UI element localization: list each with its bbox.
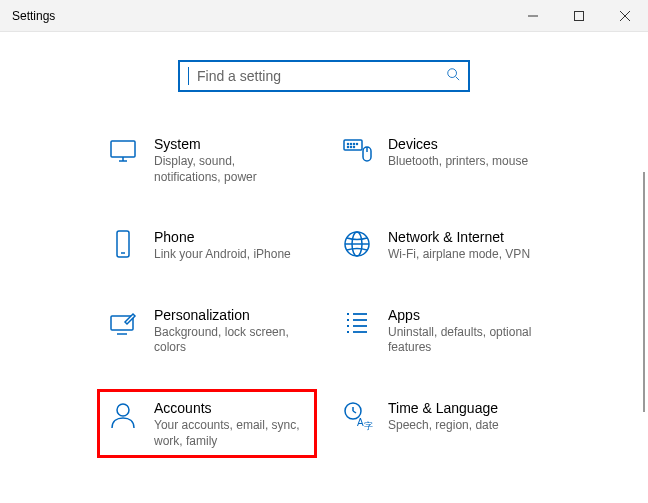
tile-desc: Uninstall, defaults, optional features [388,325,538,356]
devices-icon [340,134,374,168]
tile-apps[interactable]: Apps Uninstall, defaults, optional featu… [334,299,548,362]
tile-title: Apps [388,307,538,323]
phone-icon [106,227,140,261]
tile-network[interactable]: Network & Internet Wi-Fi, airplane mode,… [334,221,548,269]
tile-system[interactable]: System Display, sound, notifications, po… [100,128,314,191]
svg-text:A: A [357,417,364,428]
tile-text: Network & Internet Wi-Fi, airplane mode,… [388,227,530,263]
tile-desc: Your accounts, email, sync, work, family [154,418,304,449]
list-icon [340,305,374,339]
tile-text: Phone Link your Android, iPhone [154,227,291,263]
tile-text: Devices Bluetooth, printers, mouse [388,134,528,170]
tile-title: Accounts [154,400,304,416]
time-lang-icon: A字 [340,398,374,432]
tile-title: Personalization [154,307,304,323]
svg-point-4 [448,69,457,78]
svg-point-13 [357,144,358,145]
tile-text: Accounts Your accounts, email, sync, wor… [154,398,304,449]
tile-title: Devices [388,136,528,152]
svg-point-14 [348,147,349,148]
tile-desc: Background, lock screen, colors [154,325,304,356]
tile-accounts[interactable]: Accounts Your accounts, email, sync, wor… [97,389,317,458]
svg-point-10 [348,144,349,145]
svg-point-34 [117,404,129,416]
tile-personalization[interactable]: Personalization Background, lock screen,… [100,299,314,362]
window-controls [510,0,648,32]
tile-title: Time & Language [388,400,499,416]
person-icon [106,398,140,432]
minimize-button[interactable] [510,0,556,32]
tile-time-language[interactable]: A字 Time & Language Speech, region, date [334,392,548,455]
svg-point-12 [354,144,355,145]
svg-line-5 [456,77,460,81]
tile-phone[interactable]: Phone Link your Android, iPhone [100,221,314,269]
svg-rect-6 [111,141,135,157]
tile-desc: Link your Android, iPhone [154,247,291,263]
paint-icon [106,305,140,339]
close-button[interactable] [602,0,648,32]
display-icon [106,134,140,168]
tile-desc: Speech, region, date [388,418,499,434]
tile-text: Apps Uninstall, defaults, optional featu… [388,305,538,356]
tile-title: Phone [154,229,291,245]
search-field[interactable] [197,68,440,84]
tile-title: Network & Internet [388,229,530,245]
tile-text: System Display, sound, notifications, po… [154,134,304,185]
tile-devices[interactable]: Devices Bluetooth, printers, mouse [334,128,548,191]
svg-point-11 [351,144,352,145]
svg-point-16 [354,147,355,148]
maximize-button[interactable] [556,0,602,32]
tile-text: Personalization Background, lock screen,… [154,305,304,356]
search-icon [446,67,460,85]
text-cursor [188,67,189,85]
svg-line-37 [353,411,356,413]
svg-rect-9 [344,140,362,150]
svg-rect-1 [575,11,584,20]
globe-icon [340,227,374,261]
settings-grid: System Display, sound, notifications, po… [0,128,648,485]
tile-desc: Wi-Fi, airplane mode, VPN [388,247,530,263]
tile-text: Time & Language Speech, region, date [388,398,499,434]
svg-point-15 [351,147,352,148]
titlebar: Settings [0,0,648,32]
search-input[interactable] [178,60,470,92]
window-title: Settings [12,9,510,23]
tile-title: System [154,136,304,152]
search-container [0,60,648,92]
tile-desc: Bluetooth, printers, mouse [388,154,528,170]
scrollbar[interactable] [643,172,645,412]
svg-text:字: 字 [364,421,373,431]
content-area: System Display, sound, notifications, po… [0,32,648,503]
tile-desc: Display, sound, notifications, power [154,154,304,185]
